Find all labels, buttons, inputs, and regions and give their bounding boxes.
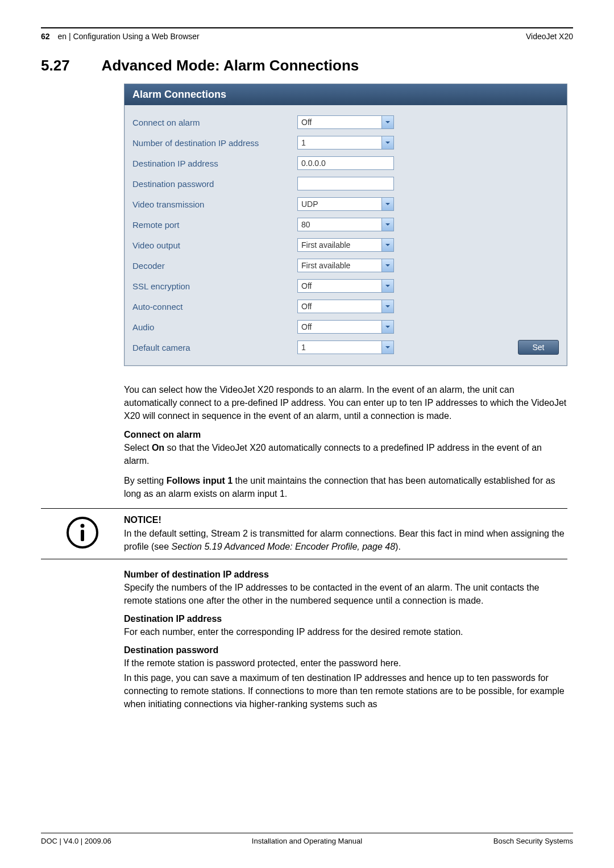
form-row: Connect on alarmOff (132, 112, 559, 132)
chevron-down-icon[interactable] (381, 341, 393, 354)
destip-paragraph: For each number, enter the corresponding… (124, 625, 567, 638)
section-heading: 5.27 Advanced Mode: Alarm Connections (41, 57, 573, 74)
form-label: SSL encryption (132, 281, 297, 291)
control-cell: Off (297, 300, 405, 313)
select-value: Off (298, 281, 381, 290)
form-label: Video output (132, 240, 297, 250)
text-input[interactable]: 0.0.0.0 (297, 156, 394, 170)
select-input[interactable]: 1 (297, 136, 394, 149)
control-cell: UDP (297, 197, 405, 211)
numip-paragraph: Specify the numbers of the IP addresses … (124, 581, 567, 607)
control-cell: First available (297, 259, 405, 272)
select-input[interactable]: Off (297, 320, 394, 334)
connect-on-alarm-heading: Connect on alarm (124, 430, 567, 440)
control-cell: 1 (297, 136, 405, 149)
running-header: 62 en | Configuration Using a Web Browse… (41, 28, 573, 41)
control-cell (297, 177, 405, 190)
select-input[interactable]: Off (297, 300, 394, 313)
chevron-down-icon[interactable] (381, 198, 393, 210)
section-number: 5.27 (41, 57, 70, 74)
form-row: Video transmissionUDP (132, 194, 559, 214)
select-value: UDP (298, 200, 381, 209)
chevron-down-icon[interactable] (381, 218, 393, 231)
control-cell: 1 (297, 340, 405, 354)
chevron-down-icon[interactable] (381, 136, 393, 149)
destpw-p2: In this page, you can save a maximum of … (124, 671, 567, 711)
form-label: Video transmission (132, 200, 297, 209)
footer-right: Bosch Security Systems (493, 837, 573, 845)
select-input[interactable]: Off (297, 115, 394, 129)
form-label: Audio (132, 322, 297, 332)
header-product: VideoJet X20 (526, 32, 573, 41)
control-cell: Off (297, 320, 405, 334)
select-input[interactable]: 80 (297, 218, 394, 231)
set-cell: Set (508, 340, 559, 355)
form-row: Remote port80 (132, 214, 559, 235)
text-fragment: ). (395, 542, 401, 551)
svg-point-1 (81, 524, 85, 528)
header-rule: 62 en | Configuration Using a Web Browse… (41, 27, 573, 41)
control-cell: Off (297, 279, 405, 293)
running-title: en | Configuration Using a Web Browser (57, 32, 199, 41)
select-value: 1 (298, 343, 381, 352)
text-fragment: By setting (124, 476, 167, 485)
destpw-p1: If the remote station is password protec… (124, 657, 567, 670)
form-label: Default camera (132, 343, 297, 352)
select-value: Off (298, 302, 381, 311)
select-input[interactable]: 1 (297, 340, 394, 354)
chevron-down-icon[interactable] (381, 280, 393, 292)
alarm-connections-panel: Alarm Connections Connect on alarmOffNum… (124, 84, 567, 366)
form-row: Auto-connectOff (132, 296, 559, 317)
form-label: Destination password (132, 179, 297, 189)
notice-icon-col (41, 513, 124, 550)
form-label: Remote port (132, 220, 297, 230)
panel-title: Alarm Connections (125, 84, 567, 105)
notice-text: NOTICE! In the default setting, Stream 2… (124, 513, 567, 553)
chevron-down-icon[interactable] (381, 116, 393, 128)
form-row: Destination IP address0.0.0.0 (132, 153, 559, 173)
connect-on-alarm-p1: Select On so that the VideoJet X20 autom… (124, 441, 567, 467)
notice-label: NOTICE! (124, 513, 567, 526)
bold-on: On (152, 443, 164, 452)
select-value: 1 (298, 138, 381, 147)
destip-heading: Destination IP address (124, 614, 567, 624)
destpw-heading: Destination password (124, 645, 567, 655)
form-row: DecoderFirst available (132, 255, 559, 276)
text-fragment: Select (124, 443, 152, 452)
footer: Installation and Operating Manual DOC | … (41, 833, 573, 845)
numip-heading: Number of destination IP address (124, 570, 567, 580)
chevron-down-icon[interactable] (381, 321, 393, 333)
notice-block: NOTICE! In the default setting, Stream 2… (41, 508, 567, 559)
form-row: Video outputFirst available (132, 235, 559, 255)
intro-paragraph: You can select how the VideoJet X20 resp… (124, 383, 567, 423)
form-label: Connect on alarm (132, 118, 297, 127)
form-label: Auto-connect (132, 302, 297, 312)
select-value: 80 (298, 220, 381, 229)
connect-on-alarm-p2: By setting Follows input 1 the unit main… (124, 474, 567, 500)
select-input[interactable]: UDP (297, 197, 394, 211)
chevron-down-icon[interactable] (381, 300, 393, 313)
select-input[interactable]: Off (297, 279, 394, 293)
bold-follows-input: Follows input 1 (167, 476, 233, 485)
page-number: 62 (41, 32, 50, 41)
text-input[interactable] (297, 177, 394, 190)
form-row: AudioOff (132, 317, 559, 337)
form-label: Decoder (132, 261, 297, 271)
chevron-down-icon[interactable] (381, 239, 393, 251)
form-row: Number of destination IP address1 (132, 132, 559, 153)
chevron-down-icon[interactable] (381, 259, 393, 272)
form-row: Destination password (132, 173, 559, 194)
italic-crossref: Section 5.19 Advanced Mode: Encoder Prof… (172, 542, 395, 551)
control-cell: 0.0.0.0 (297, 156, 405, 170)
form-row: SSL encryptionOff (132, 276, 559, 296)
select-input[interactable]: First available (297, 259, 394, 272)
section-title: Advanced Mode: Alarm Connections (102, 57, 359, 74)
select-input[interactable]: First available (297, 238, 394, 252)
select-value: First available (298, 240, 381, 250)
header-left: 62 en | Configuration Using a Web Browse… (41, 32, 200, 41)
form-label: Number of destination IP address (132, 138, 297, 148)
set-button[interactable]: Set (518, 340, 559, 355)
control-cell: First available (297, 238, 405, 252)
select-value: Off (298, 322, 381, 331)
info-icon (65, 516, 99, 550)
